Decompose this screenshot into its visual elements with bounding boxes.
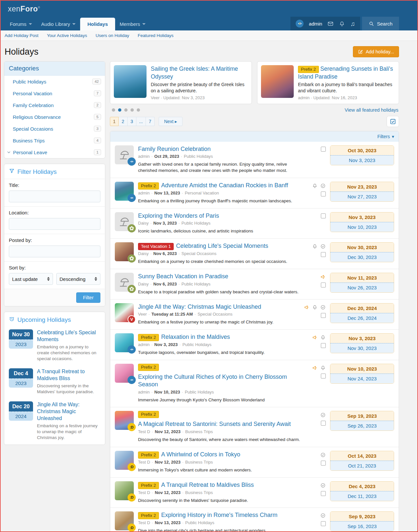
prefix-badge[interactable]: Prefix 2 <box>138 411 159 418</box>
tab-forums[interactable]: Forums <box>5 18 37 30</box>
carousel-dot[interactable] <box>137 108 140 112</box>
view-all-featured-link[interactable]: View all featured holidays <box>345 107 398 113</box>
mail-icon[interactable] <box>327 21 334 27</box>
subnav-your-active-holidays[interactable]: Your Active Holidays <box>47 33 87 38</box>
add-holiday-button[interactable]: Add holiday... <box>353 46 399 57</box>
item-checkbox[interactable] <box>321 374 326 378</box>
subnav-featured-holidays[interactable]: Featured Holidays <box>138 33 174 38</box>
item-author[interactable]: Veer <box>138 312 147 317</box>
sort-field-select[interactable]: Last update <box>9 273 53 285</box>
holiday-title-link[interactable]: Exploring the Wonders of Paris <box>138 212 219 220</box>
subnav-add-holiday-post[interactable]: Add Holiday Post <box>5 33 39 38</box>
holiday-title-link[interactable]: Sunny Beach Vacation in Paradise <box>138 273 228 280</box>
item-category[interactable]: Public Holidays <box>182 282 211 286</box>
prefix-badge[interactable]: Prefix 2 <box>138 182 159 190</box>
page-1[interactable]: 1 <box>110 117 119 126</box>
title-filter-input[interactable] <box>9 191 100 202</box>
page-3[interactable]: 3 <box>128 117 136 126</box>
subnav-users-on-holiday[interactable]: Users on Holiday <box>96 33 129 38</box>
page-7[interactable]: 7 <box>146 117 155 126</box>
tab-holidays[interactable]: Holidays <box>80 18 115 30</box>
alerts-bell-icon[interactable] <box>339 21 345 27</box>
holiday-title-link[interactable]: Jingle All the Way: Christmas Magic Unle… <box>138 303 261 311</box>
item-author[interactable]: admin <box>138 154 149 159</box>
holiday-thumbnail[interactable] <box>115 303 134 322</box>
item-checkbox[interactable] <box>321 147 326 152</box>
holiday-thumbnail[interactable] <box>115 145 134 164</box>
item-author[interactable]: Daisy <box>138 282 149 286</box>
upcoming-title-link[interactable]: A Tranquil Retreat to Maldives Bliss <box>37 369 85 381</box>
item-checkbox[interactable] <box>321 213 326 218</box>
item-category[interactable]: Public Holidays <box>185 390 214 394</box>
holiday-thumbnail[interactable] <box>115 411 134 430</box>
holiday-title-link[interactable]: Family Reunion Celebration <box>138 145 211 153</box>
tab-audio-library[interactable]: Audio Library <box>37 18 80 30</box>
holiday-title-link[interactable]: A Magical Retreat to Santorini: Sunsets … <box>138 420 291 428</box>
item-author[interactable]: Daisy <box>138 251 149 256</box>
holiday-thumbnail[interactable] <box>115 182 134 201</box>
sidebar-item-public-holidays[interactable]: Public Holidays42 <box>4 76 105 87</box>
holiday-thumbnail[interactable] <box>115 242 134 261</box>
upcoming-title-link[interactable]: Jingle All the Way: Christmas Magic Unle… <box>37 402 79 421</box>
xenforo-logo[interactable]: xenForo® <box>5 5 399 13</box>
page-2[interactable]: 2 <box>119 117 128 126</box>
filters-menu-button[interactable]: Filters▾ <box>377 134 394 139</box>
holiday-title-link[interactable]: Exploring History in Rome's Timeless Cha… <box>161 511 278 519</box>
item-category[interactable]: Business Trips <box>185 490 213 495</box>
item-author[interactable]: Test D <box>138 490 150 495</box>
carousel-dot[interactable] <box>112 108 115 112</box>
item-checkbox[interactable] <box>321 192 326 196</box>
item-checkbox[interactable] <box>321 521 326 526</box>
item-author[interactable]: admin <box>138 191 149 195</box>
sort-direction-select[interactable]: Descending <box>56 273 100 285</box>
item-checkbox[interactable] <box>321 252 326 257</box>
holiday-title-link[interactable]: A Whirlwind of Colors in Tokyo <box>161 451 240 458</box>
location-filter-input[interactable] <box>9 218 100 230</box>
next-page-button[interactable]: Next ▸ <box>159 117 183 126</box>
posted-by-filter-input[interactable] <box>9 246 100 257</box>
prefix-badge[interactable]: Prefix 2 <box>138 364 159 371</box>
sidebar-item-business-trips[interactable]: Business Trips4 <box>4 135 105 146</box>
holiday-thumbnail[interactable] <box>115 364 134 383</box>
item-category[interactable]: Special Occasions <box>198 312 233 317</box>
item-author[interactable]: admin <box>138 342 149 347</box>
item-checkbox[interactable] <box>321 461 326 466</box>
holiday-thumbnail[interactable] <box>115 481 134 500</box>
sidebar-item-personal-vacation[interactable]: Personal Vacation7 <box>4 87 105 99</box>
item-category[interactable]: Public Holidays <box>184 154 213 159</box>
item-author[interactable]: Test D <box>138 460 150 465</box>
holiday-title-link[interactable]: Exploring the Cultural Riches of Kyoto i… <box>138 373 305 389</box>
prefix-badge[interactable]: Prefix 2 <box>298 66 319 73</box>
holiday-thumbnail[interactable] <box>115 451 134 470</box>
featured-image[interactable] <box>114 65 147 98</box>
prefix-badge[interactable]: Test Vacation 1 <box>138 243 174 250</box>
item-category[interactable]: Public Holidays <box>182 221 211 226</box>
search-button[interactable]: Search <box>362 17 399 30</box>
item-category[interactable]: Business Trips <box>185 460 213 465</box>
filter-submit-button[interactable]: Filter <box>76 292 100 303</box>
upcoming-title-link[interactable]: Celebrating Life's Special Moments <box>37 330 96 342</box>
holiday-title-link[interactable]: Celebrating Life's Special Moments <box>176 242 268 250</box>
tab-members[interactable]: Members <box>115 18 150 30</box>
holiday-thumbnail[interactable] <box>115 511 134 530</box>
item-category[interactable]: Business Trips <box>185 429 213 434</box>
item-category[interactable]: Personal Vacation <box>185 191 219 195</box>
holiday-title-link[interactable]: Adventure Amidst the Canadian Rockies in… <box>161 182 288 189</box>
featured-title-link[interactable]: Sailing the Greek Isles: A Maritime Odys… <box>151 65 238 80</box>
item-checkbox[interactable] <box>321 283 326 287</box>
item-checkbox[interactable] <box>321 343 326 348</box>
chevron-down-icon[interactable] <box>7 150 11 154</box>
item-author[interactable]: Test D <box>138 520 150 525</box>
item-checkbox[interactable] <box>321 421 326 426</box>
carousel-dot[interactable] <box>131 108 134 112</box>
holiday-thumbnail[interactable] <box>115 212 134 231</box>
holiday-title-link[interactable]: A Tranquil Retreat to Maldives Bliss <box>161 481 254 489</box>
select-all-button[interactable] <box>387 116 399 127</box>
item-category[interactable]: Special Occasions <box>182 251 217 256</box>
carousel-dot[interactable] <box>124 108 128 112</box>
item-author[interactable]: Daisy <box>138 221 149 226</box>
carousel-dot-active[interactable] <box>118 108 121 112</box>
item-category[interactable]: Public Holidays <box>183 342 212 347</box>
holiday-title-link[interactable]: Relaxation in the Maldives <box>161 333 230 341</box>
prefix-badge[interactable]: Prefix 2 <box>138 482 159 489</box>
